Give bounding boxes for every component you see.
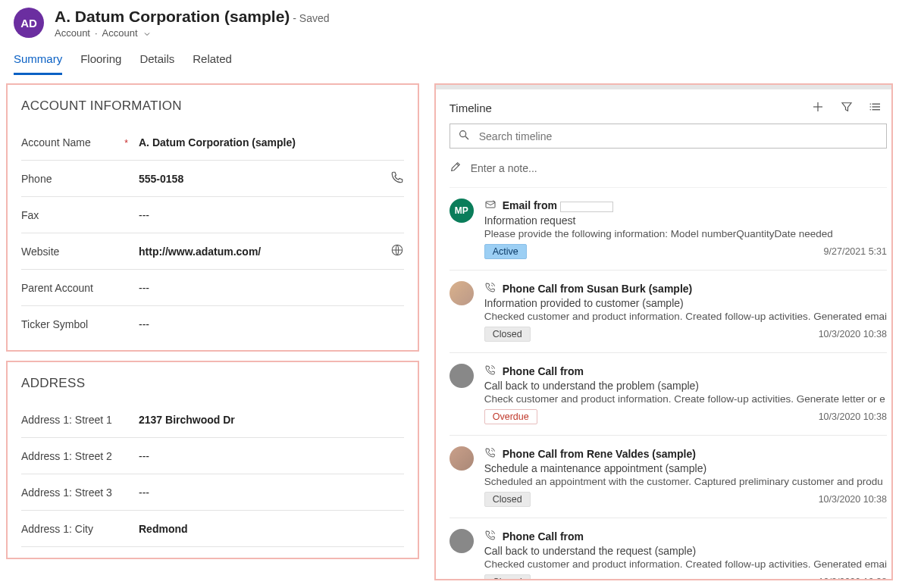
timeline-list: MP Email from Information request Please…: [450, 188, 891, 580]
form-tabs: Summary Flooring Details Related: [0, 42, 899, 76]
timeline-avatar: [450, 529, 474, 553]
field-value[interactable]: A. Datum Corporation (sample): [139, 136, 404, 149]
field-value[interactable]: 2137 Birchwood Dr: [139, 414, 404, 426]
timeline-item-title: Phone Call from Rene Valdes (sample): [503, 448, 696, 460]
timeline-item[interactable]: MP Email from Information request Please…: [450, 188, 887, 271]
timeline-item-title: Phone Call from: [503, 365, 584, 377]
timeline-search[interactable]: [450, 124, 887, 149]
field-label: Ticker Symbol: [21, 318, 139, 330]
section-title: ADDRESS: [21, 376, 404, 391]
timeline-item-date: 9/27/2021 5:31: [824, 246, 887, 257]
breadcrumb-form: Account: [102, 27, 138, 39]
section-title: ACCOUNT INFORMATION: [21, 99, 404, 114]
field-state[interactable]: Address 1: WA: [21, 547, 404, 559]
timeline-item-date: 10/3/2020 10:38: [819, 411, 887, 422]
breadcrumb-entity: Account: [55, 27, 90, 39]
field-label: Address 1: Street 2: [21, 450, 139, 462]
search-input[interactable]: [478, 130, 879, 143]
mail-icon: [484, 199, 496, 213]
field-street1[interactable]: Address 1: Street 1 2137 Birchwood Dr: [21, 402, 404, 438]
timeline-item-body: Check customer and product information. …: [484, 393, 887, 405]
tab-summary[interactable]: Summary: [14, 49, 62, 75]
field-account-name[interactable]: Account Name A. Datum Corporation (sampl…: [21, 124, 404, 161]
timeline-item-date: 10/3/2020 10:38: [819, 577, 887, 580]
page-title: A. Datum Corporation (sample): [55, 8, 290, 25]
filter-icon[interactable]: [840, 100, 854, 116]
field-label: Website: [21, 246, 139, 258]
account-information-section: ACCOUNT INFORMATION Account Name A. Datu…: [6, 83, 419, 352]
field-label: Parent Account: [21, 282, 139, 294]
timeline-item-subject: Schedule a maintenance appointment (samp…: [484, 462, 887, 474]
timeline-item-title: Phone Call from Susan Burk (sample): [503, 283, 693, 295]
field-value[interactable]: ---: [139, 282, 404, 294]
breadcrumb[interactable]: Account · Account: [55, 27, 885, 39]
save-status: - Saved: [293, 12, 329, 24]
phonecall-icon: [484, 364, 496, 378]
field-ticker-symbol[interactable]: Ticker Symbol ---: [21, 306, 404, 342]
tab-details[interactable]: Details: [139, 49, 174, 75]
field-value[interactable]: ---: [139, 318, 404, 330]
field-parent-account[interactable]: Parent Account ---: [21, 270, 404, 306]
field-street2[interactable]: Address 1: Street 2 ---: [21, 438, 404, 474]
tab-flooring[interactable]: Flooring: [80, 49, 121, 75]
timeline-item[interactable]: Phone Call from Susan Burk (sample) Info…: [450, 271, 887, 353]
field-value[interactable]: ---: [139, 450, 404, 462]
timeline-avatar: MP: [450, 199, 474, 223]
timeline-item-body: Please provide the following information…: [484, 228, 887, 239]
timeline-title: Timeline: [450, 102, 492, 114]
phonecall-icon: [484, 529, 496, 543]
timeline-item-title: Email from: [503, 199, 613, 211]
more-icon[interactable]: [869, 100, 882, 116]
phonecall-icon: [484, 281, 496, 296]
timeline-item-subject: Call back to understand the problem (sam…: [484, 380, 887, 392]
status-badge: Overdue: [484, 409, 537, 424]
timeline-note-input[interactable]: Enter a note...: [450, 149, 887, 188]
timeline-item-body: Scheduled an appointment with the custom…: [484, 476, 887, 487]
field-phone[interactable]: Phone 555-0158: [21, 161, 404, 197]
timeline-item[interactable]: Phone Call from Rene Valdes (sample) Sch…: [450, 436, 887, 518]
timeline-item-subject: Information request: [484, 214, 887, 227]
status-badge: Closed: [484, 327, 531, 342]
field-website[interactable]: Website http://www.adatum.com/: [21, 233, 404, 270]
timeline-avatar: [450, 364, 474, 388]
timeline-item-body: Checked customer and product information…: [484, 311, 887, 322]
phone-icon[interactable]: [390, 170, 404, 186]
field-city[interactable]: Address 1: City Redmond: [21, 511, 404, 547]
address-section: ADDRESS Address 1: Street 1 2137 Birchwo…: [6, 361, 419, 559]
timeline-section: Timeline Enter a note... MP: [434, 83, 893, 580]
timeline-item[interactable]: Phone Call from Call back to understand …: [450, 518, 887, 580]
phonecall-icon: [484, 446, 496, 461]
chevron-down-icon[interactable]: [143, 27, 152, 39]
timeline-avatar: [450, 281, 474, 305]
avatar: AD: [14, 8, 44, 38]
timeline-avatar: [450, 446, 474, 471]
timeline-item-date: 10/3/2020 10:38: [819, 494, 887, 505]
timeline-item-subject: Call back to understand the request (sam…: [484, 545, 887, 557]
field-value[interactable]: http://www.adatum.com/: [139, 246, 390, 258]
tab-related[interactable]: Related: [193, 49, 232, 75]
field-label: Phone: [21, 173, 139, 185]
field-label: Account Name: [21, 136, 139, 149]
record-header: AD A. Datum Corporation (sample) - Saved…: [0, 0, 899, 42]
field-value[interactable]: 555-0158: [139, 173, 390, 185]
timeline-item-title: Phone Call from: [503, 530, 584, 543]
timeline-item[interactable]: Phone Call from Call back to understand …: [450, 353, 887, 436]
pencil-icon: [450, 161, 462, 175]
note-placeholder: Enter a note...: [471, 162, 537, 174]
field-value[interactable]: Redmond: [139, 523, 404, 535]
field-label: Fax: [21, 209, 139, 221]
globe-icon[interactable]: [390, 243, 404, 259]
field-label: Address 1: City: [21, 523, 139, 535]
search-icon: [458, 129, 470, 143]
field-fax[interactable]: Fax ---: [21, 197, 404, 233]
plus-icon[interactable]: [811, 100, 825, 116]
status-badge: Closed: [484, 492, 531, 507]
status-badge: Closed: [484, 574, 531, 580]
timeline-item-subject: Information provided to customer (sample…: [484, 297, 887, 309]
field-value[interactable]: ---: [139, 209, 404, 221]
field-street3[interactable]: Address 1: Street 3 ---: [21, 474, 404, 511]
timeline-item-body: Checked customer and product information…: [484, 558, 887, 570]
timeline-item-date: 10/3/2020 10:38: [819, 329, 887, 339]
field-label: Address 1: Street 1: [21, 414, 139, 426]
field-value[interactable]: ---: [139, 486, 404, 499]
